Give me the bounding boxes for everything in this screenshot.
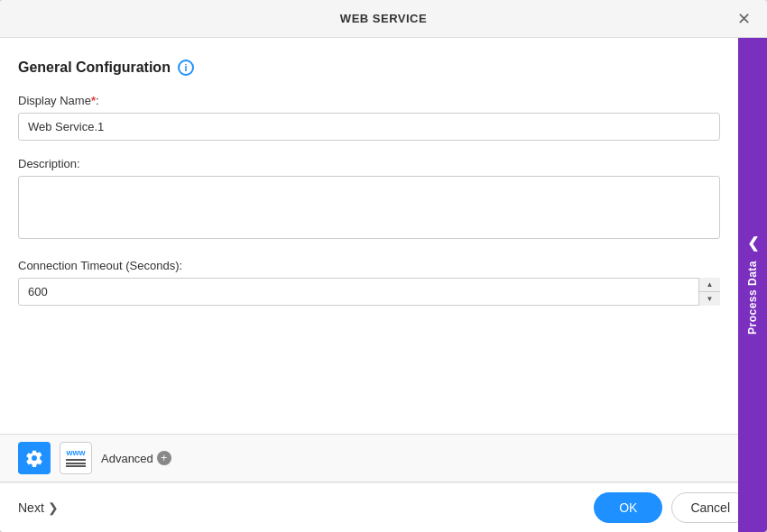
chevron-left-icon: ❮	[747, 234, 759, 252]
display-name-group: Display Name*:	[18, 94, 720, 141]
main-content: General Configuration i Display Name*: D…	[0, 38, 767, 434]
description-input[interactable]	[18, 176, 720, 239]
advanced-text: Advanced	[101, 452, 153, 465]
close-button[interactable]: ✕	[734, 9, 754, 29]
next-label: Next	[18, 500, 44, 515]
process-data-tab-inner: ❮ Process Data	[746, 234, 759, 335]
advanced-plus-icon: +	[157, 451, 171, 465]
gear-icon-button[interactable]	[18, 442, 51, 474]
connection-timeout-label: Connection Timeout (Seconds):	[18, 259, 720, 272]
info-icon[interactable]: i	[178, 60, 194, 76]
section-title-text: General Configuration	[18, 60, 171, 76]
web-service-dialog: WEB SERVICE ✕ General Configuration i Di…	[0, 0, 767, 532]
process-data-sidebar[interactable]: ❮ Process Data	[738, 38, 767, 434]
spinner-wrap: ▲ ▼	[18, 278, 720, 306]
next-chevron-icon: ❯	[48, 500, 59, 515]
ok-button[interactable]: OK	[594, 492, 662, 523]
www-icon: www	[66, 449, 86, 467]
spinner-buttons: ▲ ▼	[698, 278, 720, 306]
advanced-label[interactable]: Advanced +	[101, 451, 171, 465]
description-label: Description:	[18, 157, 720, 170]
next-button[interactable]: Next ❯	[18, 500, 59, 515]
description-group: Description:	[18, 157, 720, 243]
connection-timeout-group: Connection Timeout (Seconds): ▲ ▼	[18, 259, 720, 306]
gear-icon	[25, 449, 43, 467]
title-bar: WEB SERVICE ✕	[0, 0, 767, 38]
spinner-down-button[interactable]: ▼	[699, 292, 720, 306]
toolbar: www Advanced +	[0, 434, 767, 482]
footer-actions: OK Cancel	[594, 492, 749, 523]
www-icon-button[interactable]: www	[60, 442, 92, 474]
connection-timeout-input[interactable]	[18, 278, 720, 306]
process-data-label: Process Data	[746, 261, 759, 335]
display-name-input[interactable]	[18, 113, 720, 141]
section-title: General Configuration i	[18, 60, 720, 76]
footer: Next ❯ OK Cancel	[0, 482, 767, 532]
dialog-title: WEB SERVICE	[340, 12, 427, 25]
form-area: General Configuration i Display Name*: D…	[0, 38, 767, 434]
spinner-up-button[interactable]: ▲	[699, 278, 720, 292]
display-name-label: Display Name*:	[18, 94, 720, 107]
